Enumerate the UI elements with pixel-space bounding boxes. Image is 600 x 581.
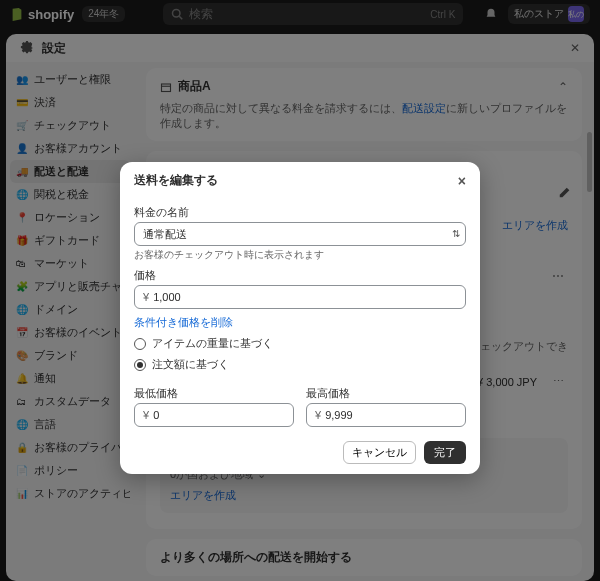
name-label: 料金の名前 bbox=[134, 205, 466, 220]
cancel-button[interactable]: キャンセル bbox=[343, 441, 416, 464]
radio-weight[interactable]: アイテムの重量に基づく bbox=[134, 336, 466, 351]
currency-prefix: ¥ bbox=[143, 291, 149, 303]
radio-icon bbox=[134, 338, 146, 350]
rate-name-input[interactable] bbox=[134, 222, 466, 246]
min-price-input[interactable]: ¥ 0 bbox=[134, 403, 294, 427]
max-price-input[interactable]: ¥ 9,999 bbox=[306, 403, 466, 427]
remove-condition-link[interactable]: 条件付き価格を削除 bbox=[134, 315, 233, 330]
modal-title: 送料を編集する bbox=[134, 172, 218, 189]
price-value: 1,000 bbox=[153, 291, 181, 303]
radio-weight-label: アイテムの重量に基づく bbox=[152, 336, 273, 351]
done-button[interactable]: 完了 bbox=[424, 441, 466, 464]
radio-price[interactable]: 注文額に基づく bbox=[134, 357, 466, 372]
radio-icon-checked bbox=[134, 359, 146, 371]
price-input[interactable]: ¥ 1,000 bbox=[134, 285, 466, 309]
edit-rate-modal: 送料を編集する × 料金の名前 ⇅ お客様のチェックアウト時に表示されます 価格… bbox=[120, 162, 480, 474]
max-value: 9,999 bbox=[325, 409, 353, 421]
max-label: 最高価格 bbox=[306, 386, 466, 401]
price-label: 価格 bbox=[134, 268, 466, 283]
stepper-icon[interactable]: ⇅ bbox=[452, 230, 460, 238]
modal-close-icon[interactable]: × bbox=[458, 173, 466, 189]
min-value: 0 bbox=[153, 409, 159, 421]
min-label: 最低価格 bbox=[134, 386, 294, 401]
name-help: お客様のチェックアウト時に表示されます bbox=[134, 248, 466, 262]
radio-price-label: 注文額に基づく bbox=[152, 357, 229, 372]
